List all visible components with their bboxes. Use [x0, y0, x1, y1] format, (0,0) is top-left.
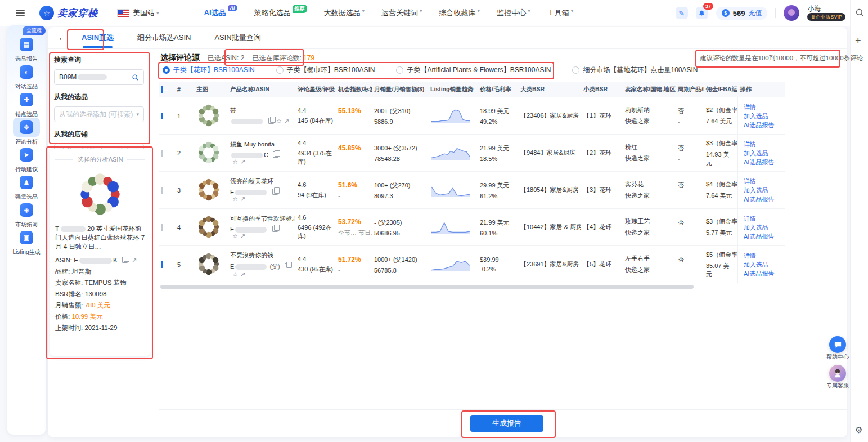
action-AI选品报告[interactable]: AI选品报告 — [744, 195, 785, 204]
tab-ASIN批量查询[interactable]: ASIN批量查询 — [214, 33, 260, 48]
select-all-checkbox[interactable] — [161, 86, 163, 93]
sidebar-item-评论分析[interactable]: ❖评论分析 — [7, 118, 46, 146]
plus-icon[interactable]: + — [855, 35, 861, 47]
radio-细分市场【墓地花环】点击量100ASIN[interactable]: 细分市场【墓地花环】点击量100ASIN — [572, 65, 698, 75]
sidebar-item-对话选品[interactable]: ◐对话选品 — [7, 62, 46, 91]
product-name[interactable]: 可互换的季节性欢迎标志前门… — [230, 215, 293, 223]
cycle-season: 否- — [676, 144, 704, 162]
radio-子类【餐巾环】BSR100ASIN[interactable]: 子类【餐巾环】BSR100ASIN — [276, 65, 375, 75]
share-icon[interactable]: ↗ — [240, 271, 245, 278]
recharge-button[interactable]: 充值 — [748, 8, 762, 18]
commission-fba: $2（佣金率7.64 美元 — [704, 106, 737, 126]
action-详情[interactable]: 详情 — [744, 214, 785, 223]
product-name[interactable]: 鳗鱼 Muy bonita — [230, 140, 293, 149]
action-加入选品[interactable]: 加入选品 — [744, 223, 785, 232]
credits-pill[interactable]: $ 569 充值 — [716, 7, 768, 20]
nav-item-运营关键词[interactable]: 运营关键词▾ — [381, 8, 422, 18]
help-center-label: 帮助中心 — [825, 353, 851, 361]
radio-子类【Artificial Plants & Flowers】BSR100ASIN[interactable]: 子类【Artificial Plants & Flowers】BSR100ASI… — [396, 65, 551, 75]
asin-search-input[interactable]: B09M — [54, 69, 144, 85]
row-checkbox[interactable] — [161, 187, 163, 194]
nav-item-AI选品[interactable]: AI选品AI — [204, 8, 237, 18]
action-AI选品报告[interactable]: AI选品报告 — [744, 158, 785, 167]
search-submit-icon[interactable] — [132, 74, 139, 81]
generate-report-button[interactable]: 生成报告 — [470, 415, 543, 432]
product-name[interactable]: 带 — [230, 106, 293, 115]
sales-revenue: 78548.28 — [374, 155, 426, 162]
copy-icon[interactable] — [122, 257, 128, 263]
rating-reviews: 4.4430 (95在库) — [295, 256, 336, 274]
action-AI选品报告[interactable]: AI选品报告 — [744, 120, 785, 130]
chat-icon: ◐ — [20, 65, 33, 79]
product-name[interactable]: 漂亮的秋天花环 — [230, 177, 293, 186]
horizontal-scrollbar[interactable] — [160, 285, 694, 289]
bell-icon[interactable]: 37 — [696, 7, 708, 19]
row-checkbox[interactable] — [161, 113, 163, 119]
from-products-select[interactable]: 从我的选品添加 (可搜索) ▾ — [54, 106, 144, 122]
copy-icon[interactable] — [273, 151, 278, 158]
row-checkbox-cell — [159, 113, 175, 119]
action-AI选品报告[interactable]: AI选品报告 — [744, 232, 785, 241]
radio-子类【花环】BSR100ASIN[interactable]: 子类【花环】BSR100ASIN — [163, 65, 255, 75]
action-详情[interactable]: 详情 — [744, 251, 785, 260]
sidebar-item-锚点选品[interactable]: ✚锚点选品 — [7, 90, 46, 118]
sidebar-item-强需选品[interactable]: ♟强需选品 — [7, 173, 46, 201]
action-AI选品报告[interactable]: AI选品报告 — [744, 269, 785, 278]
row-checkbox[interactable] — [161, 261, 163, 268]
product-name[interactable]: 不要浪费你的钱 — [230, 251, 293, 260]
action-详情[interactable]: 详情 — [744, 177, 785, 186]
sidebar-item-label: 评论分析 — [7, 138, 46, 146]
share-icon[interactable]: ↗ — [240, 158, 245, 165]
action-详情[interactable]: 详情 — [744, 102, 785, 111]
help-center-button[interactable] — [829, 336, 846, 353]
nav-item-大数据选品[interactable]: 大数据选品▾ — [324, 8, 365, 18]
star-icon[interactable]: ☆ — [276, 118, 282, 124]
search-icon[interactable] — [855, 8, 865, 19]
action-加入选品[interactable]: 加入选品 — [744, 186, 785, 195]
row-checkbox[interactable] — [161, 150, 163, 157]
copy-icon[interactable] — [272, 189, 278, 195]
customer-service-button[interactable] — [829, 365, 846, 382]
sidebar-icon-wrap: ◐ — [13, 62, 40, 82]
tab-ASIN直选[interactable]: ASIN直选 — [82, 33, 114, 48]
nav-item-监控中心[interactable]: 监控中心▾ — [497, 8, 530, 18]
edit-icon[interactable]: ✎ — [676, 7, 688, 19]
selected-product-title: T20 英寸爱国花环前门人造向日葵红白蓝绣球花环 7 月 4 日独立日… — [55, 224, 145, 251]
header-checkbox[interactable] — [159, 86, 175, 93]
site-selector[interactable]: 美国站 — [133, 8, 155, 18]
star-icon[interactable]: ☆ — [232, 195, 238, 202]
nav-item-策略化选品[interactable]: 策略化选品推荐 — [254, 8, 307, 18]
external-link-icon[interactable]: ↗ — [132, 257, 137, 264]
nav-item-工具箱[interactable]: 工具箱▾ — [547, 8, 574, 18]
nav-item-综合收藏库[interactable]: 综合收藏库▾ — [439, 8, 480, 18]
tab-细分市场选ASIN[interactable]: 细分市场选ASIN — [137, 33, 191, 48]
back-button[interactable]: ← — [58, 33, 67, 43]
copy-icon[interactable] — [268, 118, 274, 124]
star-icon[interactable]: ☆ — [232, 271, 238, 278]
action-加入选品[interactable]: 加入选品 — [744, 149, 785, 158]
product-asin: E ☆↗ — [230, 226, 293, 240]
sales-trend-chart — [428, 144, 478, 162]
share-icon[interactable]: ↗ — [284, 118, 289, 124]
copy-icon[interactable] — [285, 263, 290, 269]
brand-logo-icon[interactable]: ☆ — [39, 6, 54, 20]
action-详情[interactable]: 详情 — [744, 140, 785, 149]
sales-trend-chart — [428, 218, 478, 236]
action-加入选品[interactable]: 加入选品 — [744, 111, 785, 120]
gear-icon[interactable]: ⚙ — [855, 425, 862, 435]
action-加入选品[interactable]: 加入选品 — [744, 260, 785, 269]
sidebar-item-市场拓词[interactable]: ◈市场拓词 — [7, 200, 46, 229]
category-bsr: 【18054】家居&厨房 — [518, 186, 581, 194]
menu-icon[interactable] — [16, 10, 25, 16]
share-icon[interactable]: ↗ — [240, 195, 245, 202]
star-icon[interactable]: ☆ — [232, 233, 238, 239]
star-icon[interactable]: ☆ — [232, 158, 238, 165]
nav-item-label: AI选品 — [204, 8, 226, 18]
share-icon[interactable]: ↗ — [240, 233, 245, 239]
sidebar-item-行动建议[interactable]: ➤行动建议 — [7, 145, 46, 173]
user-avatar[interactable] — [784, 5, 799, 21]
copy-icon[interactable] — [272, 226, 278, 232]
sidebar-item-Listing生成[interactable]: ▣Listing生成 — [7, 228, 46, 256]
row-checkbox[interactable] — [161, 224, 163, 231]
sidebar-item-选品报告[interactable]: ▤选品报告 — [7, 35, 46, 63]
